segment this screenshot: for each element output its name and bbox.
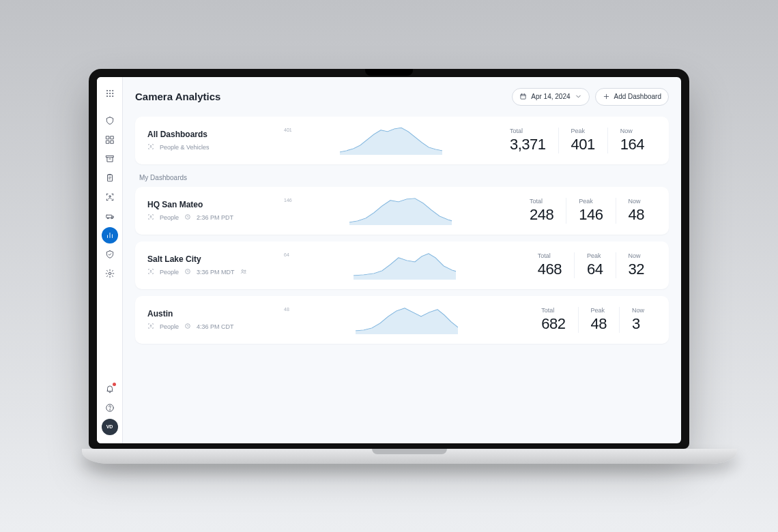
- svg-point-19: [109, 272, 111, 275]
- sparkline: 48: [284, 306, 529, 334]
- metric-label: Total: [510, 128, 546, 134]
- topbar: Camera Analytics Apr 14, 2024 Add Dashbo…: [135, 88, 669, 106]
- metric-label: Total: [538, 252, 562, 259]
- help-icon[interactable]: [102, 400, 118, 416]
- shared-icon: [240, 268, 247, 276]
- metric-label: Now: [632, 307, 644, 314]
- archive-icon[interactable]: [102, 151, 118, 167]
- svg-point-24: [150, 216, 152, 217]
- grid-icon[interactable]: [102, 132, 118, 148]
- card-type: People: [160, 269, 179, 276]
- vehicle-icon[interactable]: [102, 208, 118, 224]
- add-dashboard-label: Add Dashboard: [614, 93, 662, 100]
- svg-point-3: [106, 93, 107, 93]
- shield-icon[interactable]: [102, 113, 118, 129]
- card-type: People: [160, 323, 179, 330]
- avatar-initials: VD: [106, 424, 113, 429]
- date-value: Apr 14, 2024: [531, 93, 570, 100]
- svg-point-21: [109, 409, 110, 410]
- security-icon[interactable]: [102, 246, 118, 263]
- metric-total: 3,371: [510, 136, 546, 153]
- date-picker[interactable]: Apr 14, 2024: [512, 88, 589, 106]
- all-dashboards-card[interactable]: All Dashboards People & Vehicles 401: [135, 117, 669, 164]
- svg-point-30: [150, 325, 152, 326]
- main-content: Camera Analytics Apr 14, 2024 Add Dashbo…: [123, 77, 681, 443]
- svg-point-17: [107, 218, 109, 219]
- svg-rect-13: [106, 156, 113, 157]
- metric-label: Peak: [587, 252, 603, 259]
- metric-label: Total: [541, 307, 565, 314]
- svg-rect-22: [521, 94, 525, 99]
- clock-icon: [184, 213, 191, 222]
- svg-point-29: [244, 270, 246, 271]
- metric-peak: 64: [587, 261, 603, 278]
- people-icon: [147, 268, 154, 276]
- metric-now: 164: [620, 136, 644, 153]
- metric-label: Peak: [591, 307, 607, 314]
- metric-label: Peak: [579, 198, 603, 205]
- metric-now: 32: [629, 261, 644, 278]
- page-title: Camera Analytics: [135, 91, 220, 102]
- metric-label: Now: [620, 128, 644, 134]
- avatar[interactable]: VD: [102, 419, 118, 435]
- card-title: All Dashboards: [147, 130, 284, 139]
- svg-point-23: [150, 145, 152, 147]
- dashboard-card[interactable]: Salt Lake City People 3:36 PM MDT 64: [135, 241, 669, 289]
- dashboard-card[interactable]: HQ San Mateo People 2:36 PM PDT 146: [135, 187, 669, 235]
- clock-icon: [184, 268, 191, 276]
- card-subtitle: People & Vehicles: [160, 144, 210, 151]
- card-type: People: [160, 214, 179, 221]
- metric-total: 682: [541, 315, 565, 333]
- metric-total: 468: [538, 261, 562, 278]
- notifications-icon[interactable]: [102, 381, 118, 397]
- people-detect-icon[interactable]: [102, 189, 118, 205]
- metric-now: 3: [632, 315, 644, 333]
- sidebar: VD: [97, 77, 123, 443]
- dashboard-card[interactable]: Austin People 4:36 PM CDT 48: [135, 296, 669, 344]
- metric-label: Peak: [571, 128, 595, 134]
- spark-peak-label: 146: [284, 198, 292, 203]
- people-icon: [147, 323, 154, 331]
- svg-point-28: [242, 269, 244, 271]
- svg-rect-11: [106, 141, 109, 143]
- card-time: 3:36 PM MDT: [197, 269, 235, 276]
- svg-rect-9: [106, 136, 109, 138]
- metric-total: 248: [530, 206, 553, 224]
- sparkline: 146: [284, 196, 517, 225]
- metric-peak: 146: [579, 206, 603, 224]
- svg-rect-14: [107, 175, 112, 181]
- card-time: 2:36 PM PDT: [197, 214, 233, 221]
- svg-point-6: [106, 95, 107, 96]
- apps-icon[interactable]: [102, 85, 118, 102]
- svg-point-4: [109, 93, 110, 93]
- card-time: 4:36 PM CDT: [197, 323, 234, 330]
- svg-rect-12: [111, 141, 113, 143]
- spark-peak-label: 64: [284, 252, 289, 257]
- svg-rect-16: [106, 215, 111, 218]
- svg-point-15: [109, 195, 110, 196]
- svg-point-5: [112, 93, 113, 93]
- metric-label: Total: [530, 198, 553, 205]
- metric-peak: 401: [571, 136, 595, 153]
- card-title: HQ San Mateo: [147, 200, 284, 209]
- svg-rect-10: [111, 136, 113, 138]
- section-my-dashboards: My Dashboards: [139, 174, 669, 181]
- svg-point-2: [112, 90, 113, 91]
- sparkline: 64: [284, 251, 525, 280]
- svg-point-7: [109, 95, 110, 96]
- clipboard-icon[interactable]: [102, 170, 118, 186]
- add-dashboard-button[interactable]: Add Dashboard: [595, 88, 669, 106]
- settings-icon[interactable]: [102, 265, 118, 282]
- metric-label: Now: [629, 252, 644, 259]
- svg-point-0: [106, 90, 107, 91]
- analytics-icon[interactable]: [102, 227, 118, 243]
- svg-point-8: [112, 95, 113, 96]
- sparkline-all: 401: [284, 126, 498, 155]
- clock-icon: [184, 323, 191, 331]
- people-icon: [147, 213, 154, 222]
- spark-peak-label: 48: [284, 307, 289, 312]
- metric-now: 48: [629, 206, 644, 224]
- metric-label: Now: [629, 198, 644, 205]
- svg-point-26: [150, 270, 152, 271]
- card-title: Austin: [147, 309, 284, 319]
